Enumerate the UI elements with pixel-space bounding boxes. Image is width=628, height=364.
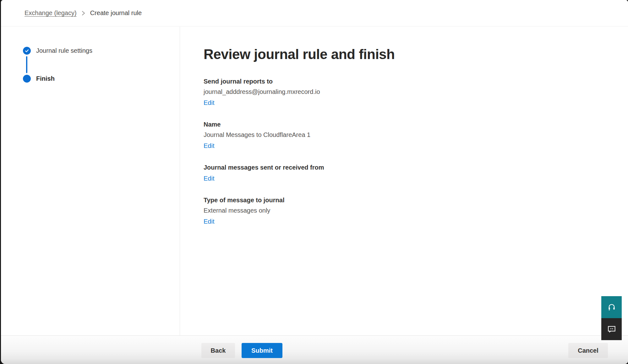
section-name: Name Journal Messages to CloudflareArea … <box>204 120 628 150</box>
feedback-button[interactable] <box>601 318 622 340</box>
cancel-button[interactable]: Cancel <box>568 343 608 358</box>
section-label: Type of message to journal <box>204 196 628 204</box>
breadcrumb-chevron-icon <box>81 10 85 16</box>
section-label: Name <box>204 120 628 129</box>
section-send-journal-reports-to: Send journal reports to journal_adddress… <box>204 77 628 107</box>
page-title: Review journal rule and finish <box>204 46 628 62</box>
section-label: Send journal reports to <box>204 77 628 86</box>
chat-icon <box>607 324 616 334</box>
step-current-dot-icon <box>23 75 31 83</box>
breadcrumb-exchange-legacy[interactable]: Exchange (legacy) <box>25 9 77 17</box>
breadcrumb: Exchange (legacy) Create journal rule <box>25 9 142 17</box>
step-completed-check-icon <box>23 47 31 55</box>
breadcrumb-create-journal-rule: Create journal rule <box>90 9 142 17</box>
edit-name-link[interactable]: Edit <box>204 142 214 150</box>
edit-send-journal-reports-link[interactable]: Edit <box>204 99 214 107</box>
wizard-connector-line <box>26 56 27 73</box>
journal-report-address-value: journal_adddress@journaling.mxrecord.io <box>204 88 628 96</box>
top-bar: Exchange (legacy) Create journal rule <box>1 0 628 26</box>
content-row: Journal rule settings Finish Review jour… <box>1 27 628 335</box>
rule-name-value: Journal Messages to CloudflareArea 1 <box>204 131 628 139</box>
wizard-panel: Journal rule settings Finish <box>1 27 180 335</box>
message-type-value: External messages only <box>204 206 628 215</box>
admin-center-window: Exchange (legacy) Create journal rule <box>1 0 628 364</box>
review-panel: Review journal rule and finish Send jour… <box>180 27 628 335</box>
wizard-step-label: Finish <box>36 75 55 82</box>
section-type-of-message: Type of message to journal External mess… <box>204 196 628 226</box>
headset-icon <box>607 302 616 312</box>
back-button[interactable]: Back <box>201 343 235 358</box>
screen: Exchange (legacy) Create journal rule <box>0 0 628 364</box>
support-button[interactable] <box>601 296 622 318</box>
section-journal-messages-sent-or-received: Journal messages sent or received from E… <box>204 163 628 183</box>
edit-scope-link[interactable]: Edit <box>204 174 214 183</box>
wizard-step-label: Journal rule settings <box>36 47 92 54</box>
wizard-step-finish[interactable]: Finish <box>23 75 180 83</box>
footer-action-bar: Back Submit Cancel <box>1 335 628 364</box>
submit-button[interactable]: Submit <box>242 343 282 358</box>
wizard-step-journal-rule-settings[interactable]: Journal rule settings <box>23 47 180 55</box>
edit-message-type-link[interactable]: Edit <box>204 217 214 226</box>
section-label: Journal messages sent or received from <box>204 163 628 172</box>
